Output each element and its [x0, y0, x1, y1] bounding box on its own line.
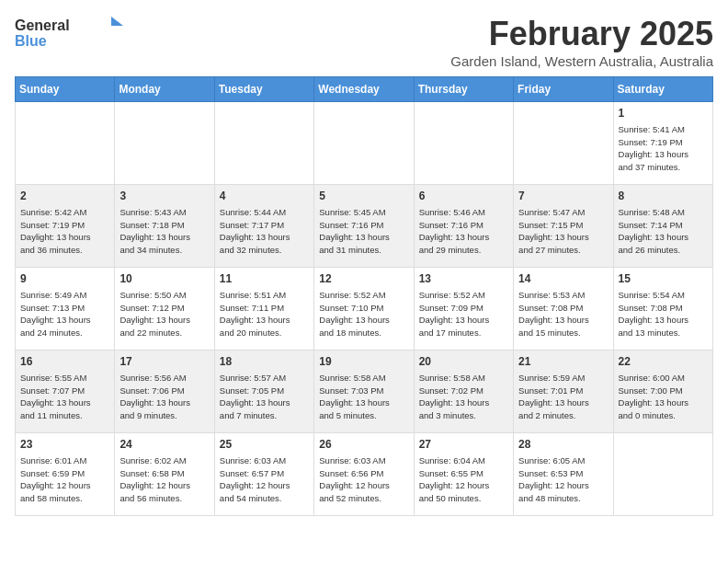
- day-info: Sunrise: 6:03 AM Sunset: 6:56 PM Dayligh…: [319, 454, 408, 505]
- svg-text:Blue: Blue: [15, 33, 47, 48]
- day-number: 9: [20, 271, 109, 287]
- day-info: Sunrise: 5:58 AM Sunset: 7:02 PM Dayligh…: [419, 372, 508, 422]
- day-number: 15: [619, 271, 708, 287]
- day-cell-1-1: 3Sunrise: 5:43 AM Sunset: 7:18 PM Daylig…: [115, 185, 214, 268]
- day-number: 8: [619, 189, 708, 204]
- day-cell-2-5: 14Sunrise: 5:53 AM Sunset: 7:08 PM Dayli…: [514, 268, 613, 350]
- day-info: Sunrise: 6:05 AM Sunset: 6:53 PM Dayligh…: [518, 454, 608, 505]
- day-cell-1-3: 5Sunrise: 5:45 AM Sunset: 7:16 PM Daylig…: [314, 185, 414, 268]
- day-cell-0-3: [314, 102, 414, 185]
- day-number: 22: [619, 354, 708, 370]
- day-info: Sunrise: 6:03 AM Sunset: 6:57 PM Dayligh…: [220, 454, 309, 505]
- day-cell-2-1: 10Sunrise: 5:50 AM Sunset: 7:12 PM Dayli…: [115, 268, 214, 350]
- day-info: Sunrise: 5:46 AM Sunset: 7:16 PM Dayligh…: [419, 206, 508, 257]
- day-cell-0-5: [514, 102, 613, 185]
- day-info: Sunrise: 5:57 AM Sunset: 7:05 PM Dayligh…: [220, 372, 309, 422]
- day-cell-3-1: 17Sunrise: 5:56 AM Sunset: 7:06 PM Dayli…: [115, 350, 214, 433]
- week-row-2: 9Sunrise: 5:49 AM Sunset: 7:13 PM Daylig…: [16, 268, 713, 350]
- header-thursday: Thursday: [414, 77, 513, 102]
- calendar-table: Sunday Monday Tuesday Wednesday Thursday…: [15, 76, 713, 516]
- day-info: Sunrise: 6:01 AM Sunset: 6:59 PM Dayligh…: [20, 454, 109, 505]
- header-wednesday: Wednesday: [314, 77, 414, 102]
- day-number: 4: [220, 189, 309, 204]
- week-row-4: 23Sunrise: 6:01 AM Sunset: 6:59 PM Dayli…: [16, 433, 713, 516]
- day-cell-0-1: [115, 102, 214, 185]
- day-number: 21: [518, 354, 608, 370]
- day-info: Sunrise: 5:44 AM Sunset: 7:17 PM Dayligh…: [220, 206, 309, 257]
- day-info: Sunrise: 5:50 AM Sunset: 7:12 PM Dayligh…: [119, 289, 209, 339]
- day-cell-3-0: 16Sunrise: 5:55 AM Sunset: 7:07 PM Dayli…: [16, 350, 115, 433]
- day-number: 14: [518, 271, 608, 287]
- day-cell-2-6: 15Sunrise: 5:54 AM Sunset: 7:08 PM Dayli…: [613, 268, 712, 350]
- day-number: 3: [119, 189, 209, 204]
- day-info: Sunrise: 5:42 AM Sunset: 7:19 PM Dayligh…: [20, 206, 109, 257]
- day-cell-4-6: [613, 433, 712, 516]
- day-info: Sunrise: 5:41 AM Sunset: 7:19 PM Dayligh…: [619, 123, 708, 174]
- day-info: Sunrise: 6:04 AM Sunset: 6:55 PM Dayligh…: [419, 454, 508, 505]
- day-info: Sunrise: 5:51 AM Sunset: 7:11 PM Dayligh…: [220, 289, 309, 339]
- day-number: 13: [419, 271, 508, 287]
- day-info: Sunrise: 5:55 AM Sunset: 7:07 PM Dayligh…: [20, 372, 109, 422]
- header-saturday: Saturday: [613, 77, 712, 102]
- day-info: Sunrise: 5:45 AM Sunset: 7:16 PM Dayligh…: [319, 206, 408, 257]
- svg-text:General: General: [15, 17, 70, 33]
- day-number: 12: [319, 271, 408, 287]
- day-info: Sunrise: 5:48 AM Sunset: 7:14 PM Dayligh…: [619, 206, 708, 257]
- day-number: 19: [319, 354, 408, 370]
- day-info: Sunrise: 5:49 AM Sunset: 7:13 PM Dayligh…: [20, 289, 109, 339]
- calendar-title: February 2025: [450, 15, 713, 53]
- day-number: 5: [319, 189, 408, 204]
- day-number: 18: [220, 354, 309, 370]
- day-number: 7: [518, 189, 608, 204]
- day-cell-0-2: [214, 102, 313, 185]
- day-cell-2-4: 13Sunrise: 5:52 AM Sunset: 7:09 PM Dayli…: [414, 268, 513, 350]
- day-cell-1-4: 6Sunrise: 5:46 AM Sunset: 7:16 PM Daylig…: [414, 185, 513, 268]
- day-cell-3-2: 18Sunrise: 5:57 AM Sunset: 7:05 PM Dayli…: [214, 350, 313, 433]
- header-tuesday: Tuesday: [214, 77, 313, 102]
- day-info: Sunrise: 5:56 AM Sunset: 7:06 PM Dayligh…: [119, 372, 209, 422]
- day-cell-0-4: [414, 102, 513, 185]
- day-number: 10: [119, 271, 209, 287]
- day-info: Sunrise: 6:00 AM Sunset: 7:00 PM Dayligh…: [619, 372, 708, 422]
- day-number: 6: [419, 189, 508, 204]
- day-number: 25: [220, 437, 309, 453]
- day-cell-4-3: 26Sunrise: 6:03 AM Sunset: 6:56 PM Dayli…: [314, 433, 414, 516]
- week-row-0: 1Sunrise: 5:41 AM Sunset: 7:19 PM Daylig…: [16, 102, 713, 185]
- day-number: 2: [20, 189, 109, 204]
- logo: General Blue: [15, 15, 125, 48]
- day-number: 23: [20, 437, 109, 453]
- day-number: 20: [419, 354, 508, 370]
- header-sunday: Sunday: [16, 77, 115, 102]
- day-cell-1-0: 2Sunrise: 5:42 AM Sunset: 7:19 PM Daylig…: [16, 185, 115, 268]
- day-info: Sunrise: 5:53 AM Sunset: 7:08 PM Dayligh…: [518, 289, 608, 339]
- title-area: February 2025 Garden Island, Western Aus…: [450, 15, 713, 69]
- day-info: Sunrise: 5:52 AM Sunset: 7:09 PM Dayligh…: [419, 289, 508, 339]
- day-cell-1-5: 7Sunrise: 5:47 AM Sunset: 7:15 PM Daylig…: [514, 185, 613, 268]
- week-row-3: 16Sunrise: 5:55 AM Sunset: 7:07 PM Dayli…: [16, 350, 713, 433]
- svg-marker-1: [111, 17, 123, 26]
- day-cell-2-0: 9Sunrise: 5:49 AM Sunset: 7:13 PM Daylig…: [16, 268, 115, 350]
- day-cell-4-5: 28Sunrise: 6:05 AM Sunset: 6:53 PM Dayli…: [514, 433, 613, 516]
- day-cell-4-2: 25Sunrise: 6:03 AM Sunset: 6:57 PM Dayli…: [214, 433, 313, 516]
- header: General Blue February 2025 Garden Island…: [15, 15, 713, 69]
- day-info: Sunrise: 6:02 AM Sunset: 6:58 PM Dayligh…: [119, 454, 209, 505]
- day-cell-3-6: 22Sunrise: 6:00 AM Sunset: 7:00 PM Dayli…: [613, 350, 712, 433]
- day-cell-2-2: 11Sunrise: 5:51 AM Sunset: 7:11 PM Dayli…: [214, 268, 313, 350]
- day-number: 11: [220, 271, 309, 287]
- day-info: Sunrise: 5:47 AM Sunset: 7:15 PM Dayligh…: [518, 206, 608, 257]
- day-info: Sunrise: 5:54 AM Sunset: 7:08 PM Dayligh…: [619, 289, 708, 339]
- day-number: 1: [619, 106, 708, 121]
- day-info: Sunrise: 5:58 AM Sunset: 7:03 PM Dayligh…: [319, 372, 408, 422]
- day-cell-2-3: 12Sunrise: 5:52 AM Sunset: 7:10 PM Dayli…: [314, 268, 414, 350]
- day-number: 27: [419, 437, 508, 453]
- week-row-1: 2Sunrise: 5:42 AM Sunset: 7:19 PM Daylig…: [16, 185, 713, 268]
- day-cell-4-0: 23Sunrise: 6:01 AM Sunset: 6:59 PM Dayli…: [16, 433, 115, 516]
- day-number: 28: [518, 437, 608, 453]
- day-info: Sunrise: 5:52 AM Sunset: 7:10 PM Dayligh…: [319, 289, 408, 339]
- day-cell-4-1: 24Sunrise: 6:02 AM Sunset: 6:58 PM Dayli…: [115, 433, 214, 516]
- calendar-subtitle: Garden Island, Western Australia, Austra…: [450, 53, 713, 69]
- day-cell-1-2: 4Sunrise: 5:44 AM Sunset: 7:17 PM Daylig…: [214, 185, 313, 268]
- day-number: 24: [119, 437, 209, 453]
- day-number: 17: [119, 354, 209, 370]
- day-cell-0-0: [16, 102, 115, 185]
